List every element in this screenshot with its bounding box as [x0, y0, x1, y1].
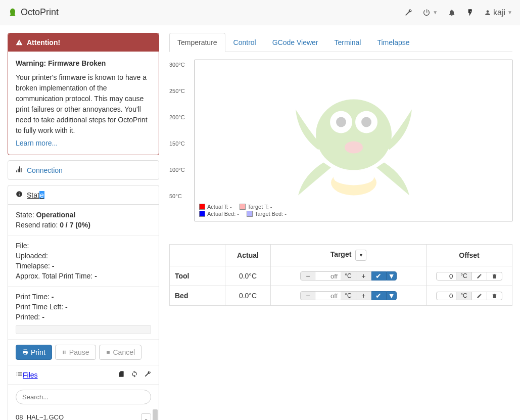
power-icon	[422, 9, 431, 17]
offset-delete-button[interactable]	[487, 292, 502, 300]
tab-terminal[interactable]: Terminal	[326, 33, 369, 52]
file-expand-button[interactable]: ⌄	[141, 413, 151, 420]
target-decrement-button[interactable]: −	[300, 271, 315, 281]
learn-more-link[interactable]: Learn more...	[16, 139, 58, 147]
info-icon	[16, 191, 23, 199]
tab-control[interactable]: Control	[225, 33, 264, 52]
user-icon	[484, 9, 491, 16]
unit-label: °C	[341, 271, 356, 281]
offset-edit-button[interactable]	[472, 272, 487, 281]
target-input[interactable]	[315, 271, 341, 281]
navbar: OctoPrint ▼ kaji ▼	[0, 0, 520, 25]
svg-point-2	[316, 100, 392, 170]
announcements-icon[interactable]	[466, 9, 474, 17]
temperature-chart: 300°C 250°C 200°C 150°C 100°C 50°C	[169, 60, 512, 231]
tabs: Temperature Control GCode Viewer Termina…	[169, 33, 512, 52]
uploaded-row: Uploaded:	[16, 251, 151, 261]
username: kaji	[493, 8, 505, 17]
signal-icon	[16, 166, 23, 174]
list-icon	[16, 370, 23, 379]
tab-timelapse[interactable]: Timelapse	[369, 33, 417, 52]
svg-point-4	[336, 117, 346, 127]
print-icon	[22, 349, 28, 355]
tab-gcode[interactable]: GCode Viewer	[264, 33, 326, 52]
cancel-button[interactable]: Cancel	[99, 345, 142, 360]
row-label: Bed	[170, 286, 225, 306]
target-apply-button[interactable]: ✔	[371, 291, 387, 300]
target-dropdown-button[interactable]: ▼	[387, 271, 397, 281]
target-increment-button[interactable]: +	[356, 271, 371, 281]
unit-label: °C	[456, 292, 471, 300]
wrench-icon	[404, 9, 412, 17]
attention-panel: Attention! Warning: Firmware Broken Your…	[8, 33, 159, 155]
timelapse-row: Timelapse: -	[16, 261, 151, 271]
target-decrement-button[interactable]: −	[300, 291, 315, 300]
svg-rect-1	[107, 351, 110, 354]
chart-legend: Actual T: - Target T: - Actual Bed: - Ta…	[199, 203, 287, 217]
stop-icon	[106, 350, 111, 355]
svg-point-7	[345, 142, 363, 154]
col-actual: Actual	[225, 245, 271, 266]
alert-subheading: Warning: Firmware Broken	[16, 59, 151, 67]
printtime-row: Print Time: -	[16, 292, 151, 302]
system-menu[interactable]: ▼	[422, 9, 438, 17]
refresh-icon[interactable]	[131, 370, 138, 379]
connection-header[interactable]: Connection	[8, 161, 159, 179]
file-row: File:	[16, 241, 151, 251]
state-header[interactable]: State	[8, 185, 159, 205]
table-row: Tool 0.0°C − °C + ✔ ▼ °C	[170, 266, 512, 286]
row-label: Tool	[170, 266, 225, 286]
actual-value: 0.0°C	[225, 266, 271, 286]
bell-icon	[448, 9, 456, 17]
search-input[interactable]	[16, 390, 151, 404]
notifications-icon[interactable]	[448, 9, 456, 17]
file-entry[interactable]: ⌄ 08_HAL~1.GCO Uploaded: - Size: 443.1KB	[8, 409, 159, 420]
user-menu[interactable]: kaji ▼	[484, 8, 512, 17]
files-header[interactable]: Files	[8, 365, 159, 385]
brand-text: OctoPrint	[21, 7, 59, 18]
settings-icon[interactable]	[404, 9, 412, 17]
tab-temperature[interactable]: Temperature	[169, 33, 225, 52]
temperature-table: Actual Target▼ Offset Tool 0.0°C − °C + …	[169, 244, 512, 306]
pause-button[interactable]: Pause	[55, 345, 96, 360]
pause-icon	[62, 350, 67, 355]
files-settings-icon[interactable]	[144, 370, 151, 379]
unit-label: °C	[341, 291, 356, 300]
svg-point-6	[361, 117, 371, 127]
sd-card-icon[interactable]	[118, 370, 125, 379]
progress-bar	[16, 325, 151, 334]
approx-row: Approx. Total Print Time: -	[16, 271, 151, 281]
printleft-row: Print Time Left: -	[16, 302, 151, 312]
bolt-icon	[466, 9, 474, 17]
octopus-background	[283, 74, 424, 207]
target-dropdown-button[interactable]: ▼	[387, 291, 397, 300]
col-target: Target▼	[271, 245, 427, 266]
actual-value: 0.0°C	[225, 286, 271, 306]
svg-point-9	[334, 170, 374, 185]
target-increment-button[interactable]: +	[356, 291, 371, 300]
printed-row: Printed: -	[16, 312, 151, 322]
target-input[interactable]	[315, 291, 341, 300]
table-row: Bed 0.0°C − °C + ✔ ▼ °C	[170, 286, 512, 306]
state-value: Operational	[36, 211, 75, 219]
warning-icon	[16, 39, 23, 46]
print-button[interactable]: Print	[16, 345, 52, 360]
alert-body: Your printer's firmware is known to have…	[16, 72, 151, 136]
offset-edit-button[interactable]	[472, 292, 487, 300]
unit-label: °C	[456, 272, 471, 281]
target-presets-button[interactable]: ▼	[355, 250, 366, 261]
octoprint-logo-icon	[8, 8, 18, 18]
col-offset: Offset	[427, 245, 512, 266]
offset-input[interactable]	[436, 292, 456, 300]
attention-heading: Attention!	[8, 33, 159, 52]
target-apply-button[interactable]: ✔	[371, 271, 387, 281]
offset-delete-button[interactable]	[487, 272, 502, 281]
brand[interactable]: OctoPrint	[8, 7, 59, 18]
offset-input[interactable]	[436, 272, 456, 281]
resend-value: 0 / 7 (0%)	[60, 221, 90, 229]
file-name: 08_HAL~1.GCO	[16, 413, 151, 420]
